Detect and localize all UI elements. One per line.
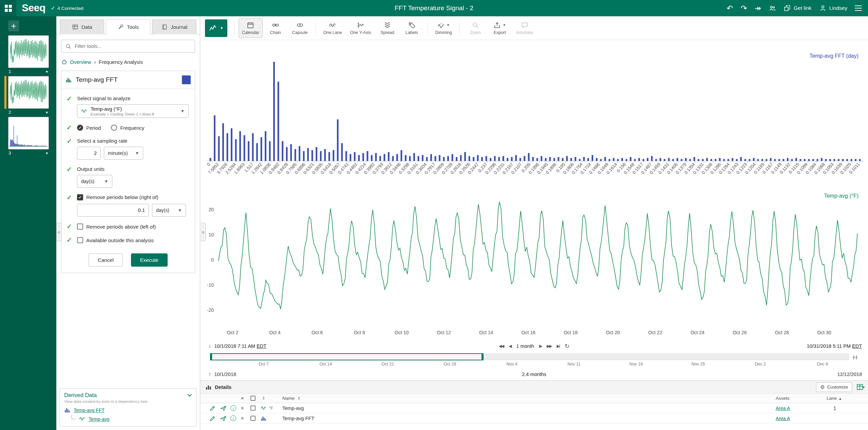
display-range-end[interactable]: 10/31/2018 5:11 PM EDT <box>807 343 862 349</box>
scrubber-handle-left[interactable] <box>210 353 212 360</box>
available-outside-checkbox[interactable] <box>77 237 83 243</box>
toolbar-button-one-y-axis[interactable]: One Y-Axis <box>347 18 375 38</box>
home-icon[interactable] <box>61 59 68 65</box>
remove-above-checkbox[interactable] <box>77 223 83 230</box>
view-selector-button[interactable]: ▼ <box>205 19 227 37</box>
new-worksheet-button[interactable]: + <box>8 20 19 31</box>
assets-column-header[interactable]: Assets <box>776 396 827 401</box>
trend-series-label[interactable]: Temp-avg (°F) <box>824 193 858 199</box>
remove-below-unit-dropdown[interactable]: day(s) ▼ <box>152 204 186 217</box>
toolbar-button-export[interactable]: ▼ Export <box>488 18 511 38</box>
item-name[interactable]: Temp-avg FFT <box>282 416 776 421</box>
worksheet-thumbnail-1[interactable]: 1 ▾ <box>8 35 49 74</box>
tab-data[interactable]: Data <box>60 19 104 34</box>
timezone-link[interactable]: EDT <box>257 343 266 349</box>
customize-button[interactable]: ⚙ Customize <box>816 382 852 392</box>
worksheet-thumbnail-3[interactable]: 3 ▾ <box>8 117 49 156</box>
select-all-checkbox[interactable] <box>250 396 256 401</box>
asset-link[interactable]: Area A <box>776 406 827 411</box>
chevron-down-icon[interactable]: ▾ <box>46 151 48 156</box>
paper-plane-icon[interactable] <box>220 415 226 422</box>
edit-icon[interactable] <box>209 415 215 422</box>
step-back-fast-button[interactable]: ◀◀ <box>499 344 504 348</box>
radio-period[interactable]: ✓ Period <box>77 125 101 131</box>
trend-chart[interactable]: 20100-10-20Oct 2Oct 4Oct 6Oct 8Oct 10Oct… <box>200 189 868 340</box>
get-link-button[interactable]: Get link <box>784 4 812 12</box>
row-checkbox[interactable] <box>250 416 256 421</box>
name-column-header[interactable]: Name <box>282 396 295 401</box>
fft-chart[interactable]: 07.58523.79262.52841.89631.5171.26421.08… <box>200 40 868 189</box>
sampling-rate-input[interactable] <box>77 147 101 160</box>
execute-button[interactable]: Execute <box>131 253 168 267</box>
investigate-end-date[interactable]: 12/12/2018 <box>837 372 862 377</box>
toolbar-button-dimming[interactable]: ▼ Dimming <box>432 18 455 38</box>
display-range-start[interactable]: 10/1/2018 7:11 AM EDT <box>214 343 267 349</box>
tool-color-swatch[interactable] <box>182 75 191 84</box>
remove-below-checkbox[interactable]: ✓ <box>77 194 83 200</box>
undo-icon[interactable]: ↶ <box>727 4 733 12</box>
investigate-start-date[interactable]: 10/1/2018 <box>214 372 237 377</box>
asset-link[interactable]: Area A <box>776 416 827 421</box>
filter-tools-input[interactable] <box>75 43 191 49</box>
item-name[interactable]: Temp-avg <box>282 406 776 411</box>
toolbar-button-spread[interactable]: Spread <box>376 18 399 38</box>
redo-icon[interactable]: ↷ <box>740 4 747 12</box>
info-icon[interactable]: i <box>230 405 236 411</box>
derived-data-header[interactable]: Derived Data <box>64 392 192 398</box>
worksheet-thumbnail-2[interactable]: 2 ▾ <box>8 76 49 115</box>
toolbar-button-capsule[interactable]: Capsule <box>288 18 312 38</box>
row-checkbox[interactable] <box>250 406 256 411</box>
collapse-worksheet-panel-button[interactable]: « <box>56 223 62 241</box>
range-resize-icon[interactable] <box>852 354 858 360</box>
remove-item-button[interactable]: × <box>238 415 247 422</box>
fft-series-label[interactable]: Temp-avg FFT (day) <box>809 53 858 59</box>
breadcrumb-overview-link[interactable]: Overview <box>70 59 91 65</box>
toolbar-button-calendar[interactable]: Calendar <box>239 18 263 38</box>
signal-select-dropdown[interactable]: Temp-avg (°F) Example » Cooling Tower 1 … <box>77 104 189 118</box>
remove-below-input[interactable] <box>77 204 149 217</box>
forward-icon[interactable]: ↠ <box>755 4 761 12</box>
step-forward-fast-button[interactable]: ▶▶ <box>547 344 551 348</box>
output-unit-dropdown[interactable]: day(s) ▼ <box>77 175 112 188</box>
connected-badge[interactable]: ✓ 4 Connected <box>51 5 83 11</box>
user-menu[interactable]: Lindsey <box>819 4 847 12</box>
range-up-arrow-icon[interactable]: ↑ <box>208 371 211 378</box>
tab-journal[interactable]: Journal <box>152 19 196 34</box>
remove-all-button[interactable]: × <box>238 395 247 401</box>
collapse-tools-panel-button[interactable]: « <box>201 223 206 241</box>
chevron-down-icon[interactable]: ▾ <box>46 110 48 115</box>
sampling-unit-dropdown[interactable]: minute(s) ▼ <box>104 147 143 160</box>
radio-frequency[interactable]: Frequency <box>111 125 144 131</box>
derived-item-link[interactable]: Temp-avg <box>89 416 109 422</box>
scrubber-selection[interactable] <box>211 353 483 360</box>
lane-column-header[interactable]: Lane▲ <box>827 396 858 401</box>
remove-item-button[interactable]: × <box>238 405 247 411</box>
duration-button[interactable]: 1 month <box>516 343 534 349</box>
cancel-button[interactable]: Cancel <box>89 253 123 267</box>
range-start-arrow-icon[interactable]: ↓ <box>208 343 211 350</box>
users-button[interactable] <box>769 4 776 12</box>
tab-tools[interactable]: Tools <box>106 19 150 34</box>
app-launcher-button[interactable] <box>0 0 16 16</box>
chevron-down-icon[interactable]: ▾ <box>46 69 48 74</box>
menu-button[interactable] <box>855 5 862 11</box>
add-column-icon[interactable] <box>856 383 865 391</box>
toolbar-button-one-lane[interactable]: One Lane <box>320 18 345 38</box>
sort-name-button[interactable]: ▲▼ <box>298 396 300 400</box>
step-back-button[interactable]: ◀ <box>509 344 511 348</box>
derived-item-link[interactable]: Temp-avg FFT <box>74 408 105 413</box>
edit-icon[interactable] <box>209 405 215 411</box>
info-icon[interactable]: i <box>230 415 236 421</box>
sort-type-button[interactable]: ▲▼ <box>259 396 269 400</box>
toolbar-button-chain[interactable]: Chain <box>264 18 287 38</box>
timezone-link[interactable]: EDT <box>852 343 862 349</box>
scrubber-track[interactable] <box>210 354 849 360</box>
scrubber-handle-right[interactable] <box>482 353 484 360</box>
step-forward-button[interactable]: ▶ <box>539 344 542 348</box>
paper-plane-icon[interactable] <box>220 405 226 411</box>
collapse-chevron-icon[interactable] <box>187 394 192 397</box>
refresh-icon[interactable]: ↻ <box>565 343 569 350</box>
step-to-end-button[interactable]: ▶| <box>557 344 560 348</box>
investigate-duration[interactable]: 2.4 months <box>522 372 546 377</box>
toolbar-button-labels[interactable]: Labels <box>400 18 423 38</box>
